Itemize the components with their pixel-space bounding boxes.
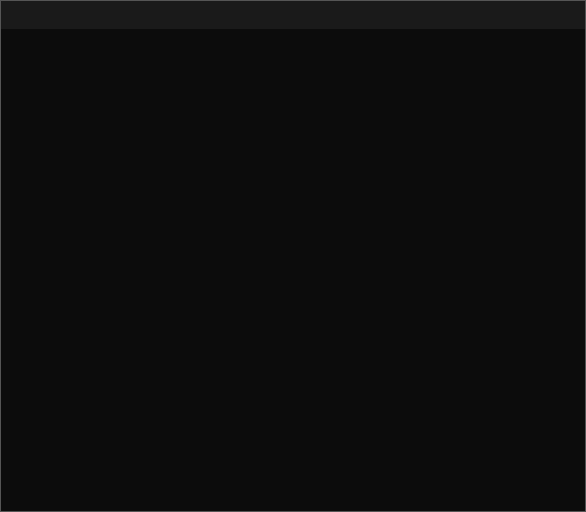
- close-button[interactable]: [549, 4, 577, 26]
- terminal-body[interactable]: [1, 29, 585, 511]
- title-bar-buttons: [489, 4, 577, 26]
- cmd-window: [0, 0, 586, 512]
- minimize-button[interactable]: [489, 4, 517, 26]
- maximize-button[interactable]: [519, 4, 547, 26]
- title-bar: [1, 1, 585, 29]
